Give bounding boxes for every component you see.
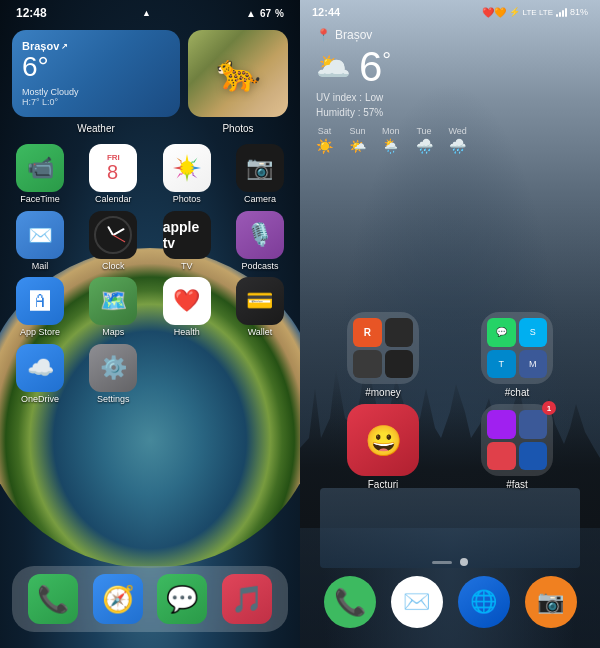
app-maps[interactable]: 🗺️ Maps — [85, 277, 141, 338]
forecast-sun-icon: 🌤️ — [349, 138, 366, 154]
folder-chat-app4: M — [519, 350, 548, 379]
android-status-icons: ❤️🧡 ⚡ LTE LTE 81% — [482, 7, 588, 18]
camera-label: Camera — [244, 194, 276, 205]
forecast-wed-label: Wed — [449, 126, 467, 136]
android-screen: 12:44 ❤️🧡 ⚡ LTE LTE 81% 📍 Brașov 🌥️ 6 ° — [300, 0, 600, 648]
dock-music[interactable]: 🎵 — [222, 574, 272, 624]
app-mail[interactable]: ✉️ Mail — [12, 211, 68, 272]
app-clock[interactable]: Clock — [85, 211, 141, 272]
app-camera[interactable]: 📷 Camera — [232, 144, 288, 205]
calendar-icon: FRI 8 — [89, 144, 137, 192]
app-appstore[interactable]: 🅰 App Store — [12, 277, 68, 338]
folder-money-app2 — [385, 318, 414, 347]
maps-symbol: 🗺️ — [100, 288, 127, 314]
forecast-mon-label: Mon — [382, 126, 400, 136]
skype-symbol: S — [530, 327, 536, 337]
android-gmail-symbol: ✉️ — [403, 589, 430, 615]
weather-widget-label: Weather — [12, 123, 180, 134]
photos-widget[interactable]: 🐆 — [188, 30, 288, 117]
tv-label: TV — [181, 261, 193, 272]
tv-symbol: apple tv — [163, 219, 211, 251]
music-symbol: 🎵 — [231, 584, 263, 615]
weather-temp: 6° — [22, 52, 170, 83]
photos-svg — [169, 150, 205, 186]
bluetooth-icon: ⚡ — [509, 7, 520, 17]
clock-face — [94, 216, 132, 254]
app-facetime[interactable]: 📹 FaceTime — [12, 144, 68, 205]
weather-widget[interactable]: Brașov ↗ 6° Mostly Cloudy H:7° L:0° — [12, 30, 180, 117]
android-temp-unit: ° — [382, 50, 391, 72]
forecast-sun-label: Sun — [349, 126, 365, 136]
folder-facturi[interactable]: 😀 Facturi — [347, 404, 419, 490]
android-weather-location: 📍 Brașov — [316, 28, 584, 42]
folder-chat-app1: 💬 — [487, 318, 516, 347]
app-health[interactable]: ❤️ Health — [159, 277, 215, 338]
signal-bars — [556, 7, 567, 17]
android-folder-row-2: 😀 Facturi 1 #fast — [300, 404, 600, 490]
android-humidity-label: Humidity : 57% — [316, 107, 584, 118]
folder-fast-app3 — [487, 442, 516, 471]
app-calendar[interactable]: FRI 8 Calendar — [85, 144, 141, 205]
location-pin-icon: 📍 — [316, 28, 331, 42]
water-reflection — [320, 488, 580, 568]
android-temp-value: 6 — [359, 46, 382, 88]
app-wallet[interactable]: 💳 Wallet — [232, 277, 288, 338]
android-dock-edge[interactable]: 🌐 — [458, 576, 510, 628]
folder-facturi-label: Facturi — [368, 479, 399, 490]
android-dock: 📞 ✉️ 🌐 📷 — [316, 576, 584, 628]
folder-money-label: #money — [365, 387, 401, 398]
folder-money-app4 — [385, 350, 414, 379]
fast-notification-badge: 1 — [542, 401, 556, 415]
health-label: Health — [174, 327, 200, 338]
dock-phone[interactable]: 📞 — [28, 574, 78, 624]
android-forecast-row: Sat ☀️ Sun 🌤️ Mon 🌦️ Tue 🌧️ Wed 🌧️ — [316, 126, 584, 154]
wallet-icon: 💳 — [236, 277, 284, 325]
clock-icon — [89, 211, 137, 259]
app-onedrive[interactable]: ☁️ OneDrive — [12, 344, 68, 405]
mail-symbol: ✉️ — [28, 223, 53, 247]
forecast-sat: Sat ☀️ — [316, 126, 333, 154]
messages-symbol: 💬 — [166, 584, 198, 615]
folder-fast[interactable]: 1 #fast — [481, 404, 553, 490]
signal-bar-1 — [556, 14, 558, 17]
android-dock-camera[interactable]: 📷 — [525, 576, 577, 628]
facetime-icon: 📹 — [16, 144, 64, 192]
signal-bar-2 — [559, 12, 561, 17]
health-icon: ❤️ — [163, 277, 211, 325]
folder-chat-icon: 💬 S T M — [481, 312, 553, 384]
clock-second-hand — [113, 234, 126, 242]
photos-widget-inner: 🐆 — [188, 30, 288, 117]
leopard-toy-image: 🐆 — [216, 52, 261, 94]
settings-icon: ⚙️ — [89, 344, 137, 392]
dock-messages[interactable]: 💬 — [157, 574, 207, 624]
folder-fast-label: #fast — [506, 479, 528, 490]
app-podcasts[interactable]: 🎙️ Podcasts — [232, 211, 288, 272]
location-icon: ▲ — [142, 8, 151, 18]
iphone-app-grid: 📹 FaceTime FRI 8 Calendar — [0, 140, 300, 409]
appstore-label: App Store — [20, 327, 60, 338]
forecast-tue-label: Tue — [416, 126, 431, 136]
forecast-sat-icon: ☀️ — [316, 138, 333, 154]
wallet-label: Wallet — [248, 327, 273, 338]
android-dock-phone[interactable]: 📞 — [324, 576, 376, 628]
podcasts-label: Podcasts — [241, 261, 278, 272]
folder-chat-app2: S — [519, 318, 548, 347]
forecast-wed: Wed 🌧️ — [449, 126, 467, 154]
dock-safari[interactable]: 🧭 — [93, 574, 143, 624]
maps-label: Maps — [102, 327, 124, 338]
photos-icon — [163, 144, 211, 192]
folder-money[interactable]: R #money — [347, 312, 419, 398]
forecast-sat-label: Sat — [318, 126, 332, 136]
nav-dot-center — [460, 558, 468, 566]
app-tv[interactable]: apple tv TV — [159, 211, 215, 272]
app-settings[interactable]: ⚙️ Settings — [85, 344, 141, 405]
app-photos[interactable]: Photos — [159, 144, 215, 205]
camera-symbol: 📷 — [246, 155, 273, 181]
mail-icon: ✉️ — [16, 211, 64, 259]
facturi-emoji: 😀 — [365, 423, 402, 458]
folder-chat[interactable]: 💬 S T M #chat — [481, 312, 553, 398]
folder-fast-icon: 1 — [481, 404, 553, 476]
android-weather-widget[interactable]: 📍 Brașov 🌥️ 6 ° UV index : Low Humidity … — [300, 20, 600, 162]
android-dock-gmail[interactable]: ✉️ — [391, 576, 443, 628]
appstore-symbol: 🅰 — [30, 290, 50, 313]
